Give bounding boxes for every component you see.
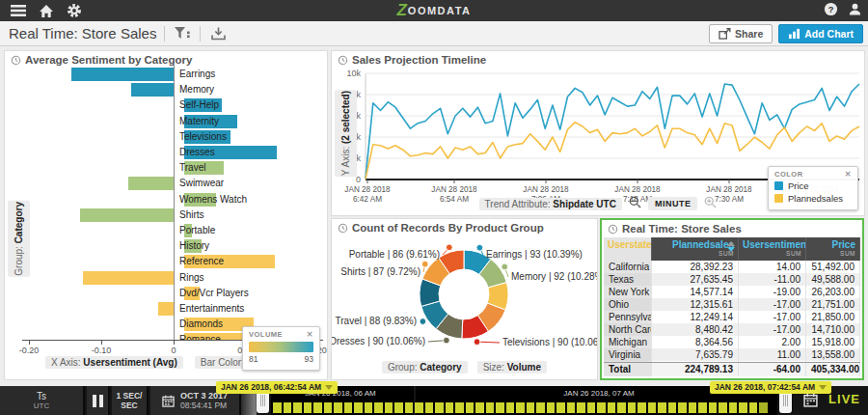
table-row[interactable]: Ohio12,315.61-17.0021,751.00: [604, 298, 860, 311]
timeline-tick[interactable]: [668, 402, 677, 413]
timeline-tick[interactable]: [486, 402, 495, 413]
sentiment-bar[interactable]: [131, 83, 174, 97]
settings-gear-icon[interactable]: [65, 3, 84, 18]
table-row[interactable]: New York14,577.14-19.0026,203.00: [604, 286, 860, 298]
table-row[interactable]: Virginia7,635.7911.0013,558.00: [604, 348, 860, 361]
close-icon[interactable]: ✕: [307, 330, 313, 339]
size-chip[interactable]: Size: Volume: [477, 361, 547, 374]
timeline-strip[interactable]: JAN 26 2018, 06 AM JAN 26 2018, 07 AM: [271, 386, 777, 415]
column-header-userstate[interactable]: Userstate: [604, 237, 652, 261]
timeline-tick[interactable]: [567, 402, 576, 413]
sentiment-bar[interactable]: [71, 68, 174, 81]
timeline-tick[interactable]: [385, 402, 393, 413]
share-button[interactable]: Share: [709, 24, 773, 43]
timeline-tick[interactable]: [729, 402, 738, 413]
range-end-tag[interactable]: JAN 26 2018, 07:42:54 AM: [710, 381, 831, 394]
menu-icon[interactable]: [9, 3, 28, 18]
timeline-tick[interactable]: [658, 402, 666, 413]
timeline-tick[interactable]: [759, 402, 768, 413]
user-icon[interactable]: [848, 2, 862, 20]
yaxis-chip[interactable]: Y Axis: (2 selected): [335, 90, 357, 177]
live-calendar-icon[interactable]: [803, 393, 818, 411]
sentiment-bar[interactable]: [80, 208, 175, 222]
granularity-label[interactable]: MINUTE: [648, 197, 698, 210]
help-icon[interactable]: ?: [824, 2, 838, 20]
timeline-tick[interactable]: [678, 402, 687, 413]
sort-control[interactable]: [727, 241, 735, 252]
timeline-tick[interactable]: [334, 402, 342, 413]
timeline-tick[interactable]: [313, 402, 322, 413]
column-header-usersentiment[interactable]: Usersentiment SUM: [739, 237, 806, 261]
timeline-tick[interactable]: [304, 402, 312, 413]
zoom-out-icon[interactable]: [629, 195, 641, 212]
timeline-tick[interactable]: [527, 402, 535, 413]
timeline-tick[interactable]: [608, 402, 616, 413]
group-chip[interactable]: Group: Category: [8, 201, 30, 277]
column-header-plannedsales[interactable]: Plannedsales SUM: [652, 237, 739, 261]
timeline-tick[interactable]: [506, 402, 515, 413]
legend-item-price[interactable]: Price: [774, 180, 852, 191]
timeline-tick[interactable]: [709, 402, 718, 413]
add-chart-button[interactable]: Add Chart: [778, 24, 863, 43]
timeline-tick[interactable]: [425, 402, 434, 413]
trend-attribute-chip[interactable]: Trend Attribute: Shipdate UTC: [479, 198, 622, 210]
export-download-icon[interactable]: [208, 25, 228, 42]
sentiment-bar[interactable]: [128, 177, 174, 190]
home-icon[interactable]: [37, 3, 56, 18]
timeline-tick[interactable]: [719, 402, 727, 413]
zoom-in-icon[interactable]: [704, 195, 717, 212]
timeline-tick[interactable]: [374, 402, 383, 413]
group-chip[interactable]: Group: Category: [382, 361, 468, 374]
live-button[interactable]: LIVE: [828, 392, 860, 406]
timeline-tick[interactable]: [597, 402, 606, 413]
timeline-tick[interactable]: [466, 402, 475, 413]
timeline-tick[interactable]: [536, 402, 545, 413]
timeline-tick[interactable]: [284, 402, 292, 413]
table-row[interactable]: Pennsylvania12,249.14-17.0021,850.00: [604, 311, 860, 323]
sort-desc-icon[interactable]: [727, 247, 735, 252]
timeline-tick[interactable]: [354, 402, 363, 413]
pause-button[interactable]: [87, 386, 110, 415]
table-row[interactable]: Texas27,635.45-11.0049,588.00: [604, 273, 860, 286]
timeline-tick[interactable]: [547, 402, 556, 413]
timeline-tick[interactable]: [405, 402, 414, 413]
timeline-tick[interactable]: [435, 402, 444, 413]
timeline-tick[interactable]: [446, 402, 454, 413]
timeline-tick[interactable]: [617, 402, 626, 413]
timeline-tick[interactable]: [394, 402, 403, 413]
column-header-price[interactable]: Price SUM: [806, 237, 860, 261]
timeline-tick[interactable]: [648, 402, 657, 413]
sort-asc-icon[interactable]: [727, 241, 735, 246]
timeline-tick[interactable]: [698, 402, 707, 413]
table-row[interactable]: Michigan8,364.562.0015,918.00: [604, 336, 860, 348]
stream-source-box[interactable]: Ts UTC: [0, 386, 85, 415]
table-row[interactable]: North Carolina8,480.42-17.0014,710.00: [604, 323, 860, 336]
filter-icon[interactable]: [173, 25, 192, 42]
timeline-tick[interactable]: [577, 402, 585, 413]
timeline-tick[interactable]: [324, 402, 333, 413]
timeline-tick[interactable]: [628, 402, 637, 413]
timeline-tick[interactable]: [365, 402, 373, 413]
timeline-tick[interactable]: [475, 402, 484, 413]
legend-item-plannedsales[interactable]: Plannedsales: [774, 193, 852, 204]
close-icon[interactable]: ✕: [845, 170, 852, 179]
xaxis-chip[interactable]: X Axis: Usersentiment (Avg): [45, 356, 183, 369]
timeline-tick[interactable]: [516, 402, 525, 413]
timeline-tick[interactable]: [556, 402, 565, 413]
timeline-tick[interactable]: [496, 402, 504, 413]
timeline-tick[interactable]: [587, 402, 596, 413]
series-line-price[interactable]: [366, 84, 859, 179]
sentiment-bar[interactable]: [158, 302, 175, 316]
timeline-tick[interactable]: [637, 402, 646, 413]
timeline-tick[interactable]: [455, 402, 464, 413]
sentiment-bar[interactable]: [83, 271, 174, 285]
timeline-tick[interactable]: [293, 402, 302, 413]
range-start-tag[interactable]: JAN 26 2018, 06:42:54 AM: [216, 381, 338, 394]
playback-speed[interactable]: 1 SEC/ SEC: [112, 386, 149, 415]
timeline-tick[interactable]: [689, 402, 697, 413]
timeline-tick[interactable]: [739, 402, 747, 413]
timeline-tick[interactable]: [749, 402, 758, 413]
timeline-tick[interactable]: [344, 402, 353, 413]
timeline-tick[interactable]: [273, 402, 282, 413]
timeline-tick[interactable]: [415, 402, 423, 413]
